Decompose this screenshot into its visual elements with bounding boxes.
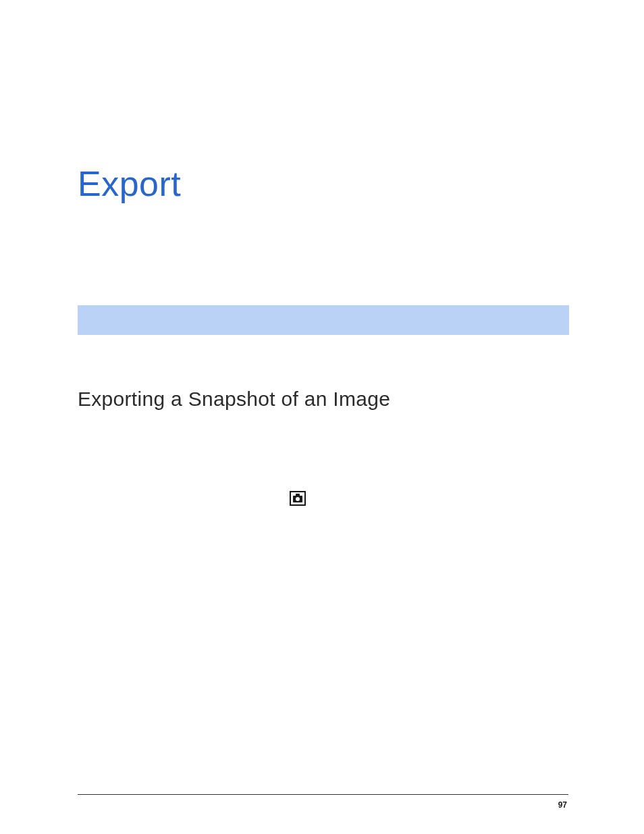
snapshot-camera-icon: [290, 491, 306, 506]
page-number: 97: [558, 800, 567, 810]
section-heading: Exporting a Snapshot of an Image: [78, 388, 390, 411]
document-page: Export Exporting a Snapshot of an Image …: [0, 0, 644, 834]
chapter-title: Export: [78, 163, 181, 204]
section-divider-bar: [78, 305, 569, 335]
footer-divider: [78, 794, 568, 795]
